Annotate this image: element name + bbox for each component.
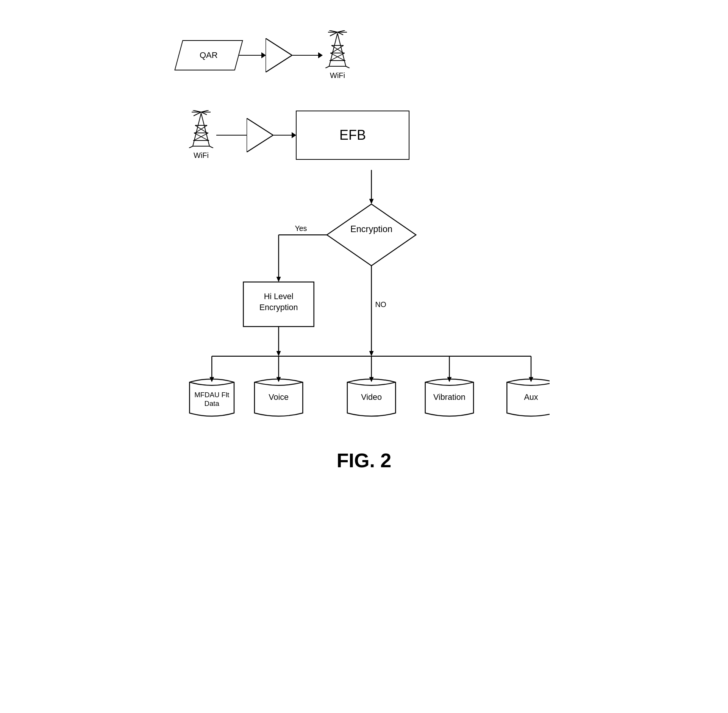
svg-text:Encryption: Encryption xyxy=(350,224,392,234)
figure-label: FIG. 2 xyxy=(178,449,550,472)
svg-line-31 xyxy=(189,146,193,148)
svg-marker-60 xyxy=(529,377,533,382)
svg-marker-56 xyxy=(369,377,374,382)
svg-text:Encryption: Encryption xyxy=(259,303,298,312)
svg-line-1 xyxy=(330,32,337,36)
svg-line-18 xyxy=(201,112,207,115)
svg-text:Yes: Yes xyxy=(295,225,307,233)
wifi-label-top: WiFi xyxy=(330,71,345,80)
svg-marker-33 xyxy=(247,118,273,152)
svg-text:Data: Data xyxy=(205,399,220,407)
svg-text:MFDAU Flt: MFDAU Flt xyxy=(194,391,230,399)
svg-marker-0 xyxy=(266,38,292,72)
line-wifi-tri xyxy=(216,135,247,136)
svg-line-16 xyxy=(346,66,350,68)
wifi-tower-middle: WiFi xyxy=(186,110,216,160)
svg-marker-7 xyxy=(329,33,346,66)
svg-marker-46 xyxy=(277,351,281,356)
arrow-tri-wifi xyxy=(292,55,322,56)
svg-marker-54 xyxy=(277,377,281,382)
svg-line-17 xyxy=(194,112,201,116)
wifi-label-middle: WiFi xyxy=(194,151,209,160)
svg-marker-23 xyxy=(193,113,209,146)
svg-line-2 xyxy=(337,32,343,35)
qar-label: QAR xyxy=(200,50,218,60)
svg-text:Voice: Voice xyxy=(269,392,289,402)
amplifier-top xyxy=(266,38,292,72)
svg-marker-49 xyxy=(369,351,374,356)
svg-marker-36 xyxy=(327,204,416,266)
efb-label: EFB xyxy=(339,127,366,143)
amplifier-middle xyxy=(247,118,273,152)
svg-marker-35 xyxy=(369,199,374,204)
svg-marker-52 xyxy=(209,377,214,382)
top-section: QAR xyxy=(178,30,550,80)
flowchart-svg: Encryption Yes Hi Level Encryption NO xyxy=(178,167,550,425)
svg-marker-58 xyxy=(447,377,452,382)
svg-text:NO: NO xyxy=(375,300,386,309)
arrow-tri-efb xyxy=(273,135,296,136)
flowchart-section: Encryption Yes Hi Level Encryption NO xyxy=(178,167,550,426)
svg-marker-41 xyxy=(277,277,281,282)
arrow-qar-tri xyxy=(239,55,266,56)
svg-text:Aux: Aux xyxy=(524,392,538,402)
svg-text:Hi Level: Hi Level xyxy=(264,292,294,301)
wifi-tower-top: WiFi xyxy=(322,30,353,80)
middle-section: WiFi EFB xyxy=(186,110,550,160)
svg-text:Vibration: Vibration xyxy=(433,392,466,402)
diagram-container: QAR xyxy=(156,0,572,502)
efb-box: EFB xyxy=(296,111,409,160)
svg-line-32 xyxy=(209,146,213,148)
svg-text:Video: Video xyxy=(361,392,382,402)
svg-line-15 xyxy=(325,66,329,68)
qar-box: QAR xyxy=(174,40,243,70)
